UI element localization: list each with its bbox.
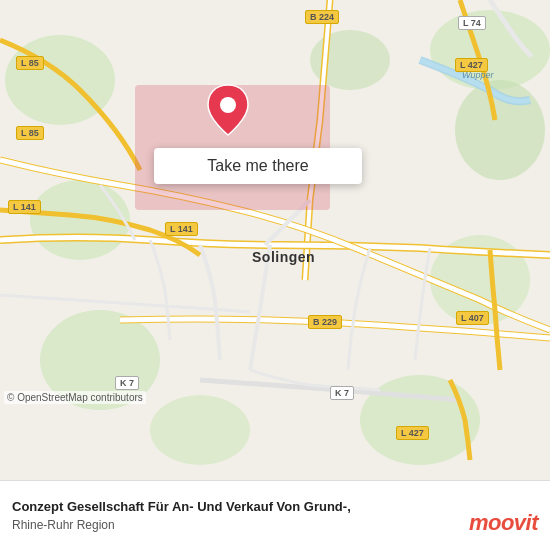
place-subtitle: Rhine-Ruhr Region <box>12 518 538 532</box>
road-label-l85a: L 85 <box>16 56 44 70</box>
road-label-b229: B 229 <box>308 315 342 329</box>
road-label-l85b: L 85 <box>16 126 44 140</box>
road-label-k7b: K 7 <box>115 376 139 390</box>
road-label-k7: K 7 <box>330 386 354 400</box>
svg-text:Solingen: Solingen <box>252 249 315 265</box>
take-me-there-button[interactable]: Take me there <box>154 148 362 184</box>
cta-label: Take me there <box>207 157 308 175</box>
moovit-logo: moovit <box>469 510 538 536</box>
map-container: Wupper Solingen B 224 L 74 L 427 L 85 L … <box>0 0 550 480</box>
svg-point-11 <box>220 97 236 113</box>
place-title: Conzept Gesellschaft Für An- Und Verkauf… <box>12 499 538 516</box>
road-label-l427: L 427 <box>455 58 488 72</box>
road-label-l74: L 74 <box>458 16 486 30</box>
road-label-b224: B 224 <box>305 10 339 24</box>
svg-point-8 <box>150 395 250 465</box>
road-label-l141a: L 141 <box>8 200 41 214</box>
info-bar: Conzept Gesellschaft Für An- Und Verkauf… <box>0 480 550 550</box>
road-label-l407: L 407 <box>456 311 489 325</box>
copyright-text: © OpenStreetMap contributors <box>4 391 146 404</box>
road-label-l427b: L 427 <box>396 426 429 440</box>
map-svg: Wupper Solingen <box>0 0 550 480</box>
moovit-text: moovit <box>469 510 538 535</box>
road-label-l141b: L 141 <box>165 222 198 236</box>
